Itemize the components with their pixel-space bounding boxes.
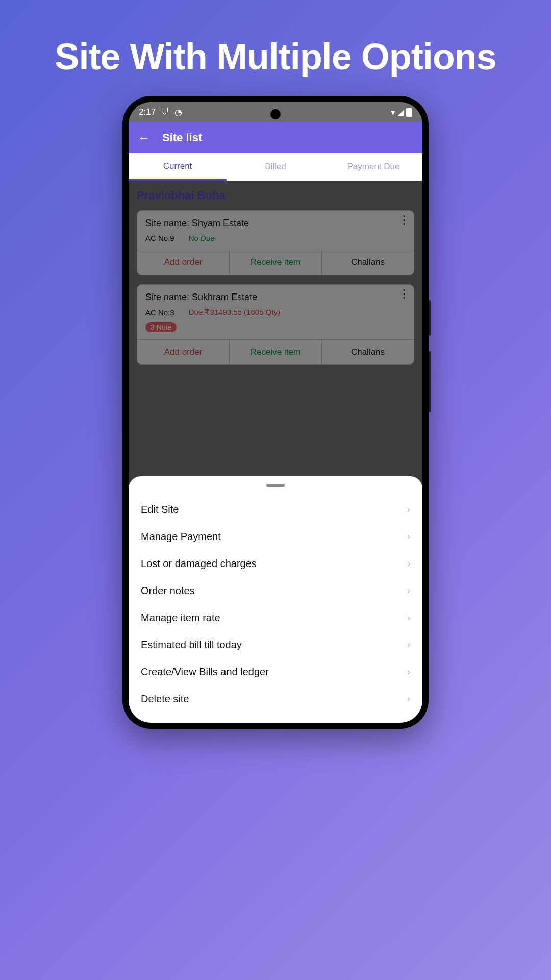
chevron-right-icon: › bbox=[407, 531, 410, 542]
status-time: 2:17 bbox=[139, 107, 156, 117]
sheet-item-lost-damaged[interactable]: Lost or damaged charges › bbox=[129, 550, 422, 577]
chevron-right-icon: › bbox=[407, 504, 410, 515]
back-arrow-icon[interactable]: ← bbox=[138, 131, 150, 145]
phone-screen: 2:17 ⛉ ◔ ▾ ◢ ← Site list Current Billed … bbox=[129, 102, 422, 723]
sheet-label: Order notes bbox=[141, 585, 195, 597]
sheet-label: Lost or damaged charges bbox=[141, 558, 257, 570]
sheet-drag-handle[interactable] bbox=[266, 484, 285, 487]
sheet-item-manage-payment[interactable]: Manage Payment › bbox=[129, 523, 422, 550]
chevron-right-icon: › bbox=[407, 585, 410, 596]
sheet-label: Create/View Bills and ledger bbox=[141, 666, 269, 678]
tabs: Current Billed Payment Due bbox=[129, 153, 422, 181]
tab-payment-due[interactable]: Payment Due bbox=[324, 153, 422, 181]
battery-icon bbox=[406, 108, 412, 117]
camera-notch bbox=[270, 109, 281, 119]
chevron-right-icon: › bbox=[407, 640, 410, 650]
bottom-sheet: Edit Site › Manage Payment › Lost or dam… bbox=[129, 476, 422, 723]
chevron-right-icon: › bbox=[407, 558, 410, 569]
chevron-right-icon: › bbox=[407, 694, 410, 704]
sheet-label: Edit Site bbox=[141, 504, 179, 516]
wifi-icon: ▾ bbox=[391, 107, 395, 118]
chevron-right-icon: › bbox=[407, 667, 410, 677]
signal-icon: ◢ bbox=[397, 107, 404, 118]
sheet-item-estimated-bill[interactable]: Estimated bill till today › bbox=[129, 631, 422, 658]
sheet-item-bills-ledger[interactable]: Create/View Bills and ledger › bbox=[129, 658, 422, 685]
sheet-item-order-notes[interactable]: Order notes › bbox=[129, 577, 422, 604]
chevron-right-icon: › bbox=[407, 612, 410, 623]
app-title: Site list bbox=[162, 131, 202, 144]
content-area: Pravinbhai Buha Site name: Shyam Estate … bbox=[129, 181, 422, 723]
circle-icon: ◔ bbox=[174, 107, 182, 118]
sheet-label: Manage Payment bbox=[141, 531, 221, 543]
sheet-item-manage-rate[interactable]: Manage item rate › bbox=[129, 604, 422, 631]
home-indicator[interactable] bbox=[237, 717, 314, 720]
shield-icon: ⛉ bbox=[161, 107, 169, 117]
sheet-label: Estimated bill till today bbox=[141, 639, 242, 651]
tab-billed[interactable]: Billed bbox=[227, 153, 324, 181]
phone-side-buttons bbox=[429, 300, 431, 336]
sheet-item-delete-site[interactable]: Delete site › bbox=[129, 685, 422, 713]
app-bar: ← Site list bbox=[129, 122, 422, 153]
sheet-label: Delete site bbox=[141, 693, 189, 705]
hero-title: Site With Multiple Options bbox=[0, 0, 551, 78]
sheet-item-edit-site[interactable]: Edit Site › bbox=[129, 496, 422, 523]
sheet-label: Manage item rate bbox=[141, 612, 220, 624]
tab-current[interactable]: Current bbox=[129, 153, 227, 181]
phone-frame: 2:17 ⛉ ◔ ▾ ◢ ← Site list Current Billed … bbox=[122, 96, 429, 729]
